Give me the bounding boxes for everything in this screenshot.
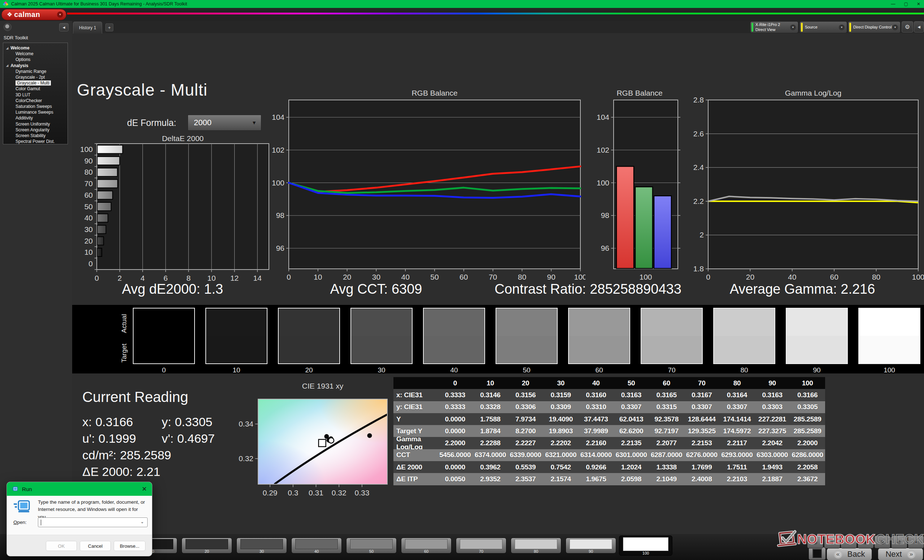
svg-text:1.8: 1.8 [693, 265, 704, 273]
table-cell: 2.2103 [719, 473, 755, 485]
pattern-button-20[interactable]: 20 [182, 538, 232, 554]
sidebar-collapse-button[interactable]: ◀ [59, 23, 69, 31]
target-swatch [786, 336, 847, 363]
swatch-level-label: 80 [712, 366, 776, 374]
window-title: Calman 2025 Calman Ultimate for Business… [11, 1, 187, 6]
table-cell: 2.2153 [684, 437, 719, 449]
table-cell: 0.3328 [473, 401, 508, 413]
sidebar-item-spectral-power-dist[interactable]: Spectral Power Dist. [3, 139, 68, 144]
table-cell: 0.3167 [684, 389, 719, 401]
tree-expander-icon[interactable]: ◢ [6, 64, 8, 67]
sidebar-item-colorchecker[interactable]: ColorChecker [3, 98, 68, 103]
pattern-button-100[interactable]: 100 [619, 536, 672, 556]
next-button[interactable]: Next » [878, 548, 923, 560]
svg-text:0.34: 0.34 [238, 420, 254, 428]
run-dialog-titlebar[interactable]: Run ✕ [7, 482, 152, 496]
meter-tool-button-7[interactable]: ◉ [908, 536, 924, 548]
sidebar-item-dynamic-range[interactable]: Dynamic Range [3, 69, 68, 74]
meter-tool-button-3[interactable]: ◉ [841, 536, 857, 548]
swatch-level-label: 100 [858, 366, 921, 374]
source-dropdown[interactable]: Source ▼ [800, 21, 847, 33]
svg-text:0.32: 0.32 [238, 454, 254, 463]
close-icon[interactable]: ✕ [142, 485, 147, 493]
close-button[interactable]: ✕ [917, 1, 920, 6]
pattern-level-label: 30 [237, 549, 286, 554]
svg-text:104: 104 [272, 113, 284, 121]
sidebar-item-screen-stability[interactable]: Screen Stability [3, 133, 68, 139]
run-dialog-icon [14, 500, 30, 513]
svg-text:100: 100 [597, 179, 609, 187]
pattern-button-40[interactable]: 40 [291, 538, 342, 554]
right-panel-collapse-button[interactable]: ◀ [914, 21, 924, 33]
minimize-button[interactable]: — [891, 1, 896, 6]
svg-text:50: 50 [430, 273, 438, 281]
sidebar-item-additivity[interactable]: Additivity [3, 115, 68, 121]
ok-button[interactable]: OK [46, 541, 77, 551]
sidebar-item-screen-uniformity[interactable]: Screen Uniformity [3, 121, 68, 127]
meter-tool-button-5[interactable]: ◉ [874, 536, 890, 548]
table-cell: 37.4473 [579, 413, 614, 425]
grayscale-swatch-30 [351, 308, 412, 364]
table-cell: 1.7511 [719, 461, 755, 473]
table-cell: 2.2077 [649, 437, 684, 449]
stop-button[interactable] [808, 547, 826, 560]
pattern-button-60[interactable]: 60 [401, 538, 452, 554]
meter-tool-button-1[interactable]: ◉ [807, 536, 823, 548]
svg-text:104: 104 [597, 113, 609, 121]
chevron-down-icon: ▼ [892, 24, 898, 30]
grayscale-swatch-50 [496, 308, 558, 364]
meter-status-accent [752, 23, 753, 32]
sidebar-item-3d-lut[interactable]: 3D LUT [3, 92, 68, 98]
settings-gear-button[interactable]: ⚙ [902, 21, 913, 33]
table-cell: 0.5539 [508, 461, 543, 473]
pattern-button-90[interactable]: 90 [566, 538, 616, 554]
sidebar-item-grayscale-2pt[interactable]: Grayscale - 2pt [3, 74, 68, 80]
meter-tool-button-2[interactable]: ◉ [824, 536, 840, 548]
svg-text:10: 10 [207, 274, 216, 282]
pattern-button-80[interactable]: 80 [511, 538, 561, 554]
pattern-button-50[interactable]: 50 [346, 538, 397, 554]
table-cell: 2.2202 [543, 437, 579, 449]
table-cell: 6321.0000 [543, 449, 579, 461]
sidebar-item-options[interactable]: Options [3, 57, 68, 63]
meter-status-indicator[interactable] [4, 23, 12, 31]
table-cell: 0.0000 [438, 413, 473, 425]
add-tab-button[interactable]: + [105, 24, 113, 31]
display-control-dropdown[interactable]: Direct Display Control ▼ [848, 21, 900, 33]
table-cell: 0.9266 [579, 461, 614, 473]
rgb-balance-bar-chart: 9698100102104100 [594, 94, 684, 282]
pattern-button-70[interactable]: 70 [456, 538, 506, 554]
svg-text:0.31: 0.31 [309, 488, 323, 497]
meter-dropdown[interactable]: X-Rite i1Pro 2Direct View ▼ [750, 21, 798, 33]
calman-main-menu-button[interactable]: ❖ calman ▼ [2, 9, 66, 20]
sidebar-item-saturation-sweeps[interactable]: Saturation Sweeps [3, 103, 68, 109]
sidebar-item-welcome[interactable]: Welcome [3, 51, 68, 57]
browse-button[interactable]: Browse... [114, 541, 146, 551]
reading-luminance: cd/m²:285.2589 [82, 448, 171, 462]
grayscale-swatch-0 [133, 308, 195, 364]
tab-history-1[interactable]: History 1 [73, 22, 102, 34]
de-formula-dropdown[interactable]: 2000 ▼ [188, 115, 261, 130]
table-cell: 92.3578 [649, 413, 684, 425]
sidebar-item-color-gamut[interactable]: Color Gamut [3, 86, 68, 92]
pattern-swatch [460, 539, 502, 549]
sidebar-item-welcome[interactable]: ◢Welcome [3, 45, 68, 51]
table-cell: 0.3315 [649, 401, 684, 413]
meter-tool-button-6[interactable]: ◉ [891, 536, 908, 548]
table-cell: 6286.0000 [790, 449, 825, 461]
pattern-button-30[interactable]: 30 [236, 538, 287, 554]
cancel-button[interactable]: Cancel [80, 541, 111, 551]
maximize-button[interactable]: ▢ [904, 1, 908, 6]
sidebar-item-screen-angularity[interactable]: Screen Angularity [3, 127, 68, 133]
sidebar-item-analysis[interactable]: ◢Analysis [3, 63, 68, 69]
sidebar-item-grayscale-multi[interactable]: Grayscale - Multi [3, 80, 68, 86]
svg-text:50: 50 [84, 202, 93, 211]
meter-tool-button-4[interactable]: ◉ [858, 536, 874, 548]
pattern-swatch [295, 539, 338, 549]
open-combobox[interactable]: ⌄ [38, 517, 148, 527]
sidebar-item-luminance-sweeps[interactable]: Luminance Sweeps [3, 109, 68, 115]
tree-expander-icon[interactable]: ◢ [6, 46, 8, 50]
svg-text:60: 60 [459, 273, 468, 281]
table-cell: 2.2160 [579, 437, 614, 449]
back-button[interactable]: « Back [826, 548, 872, 560]
